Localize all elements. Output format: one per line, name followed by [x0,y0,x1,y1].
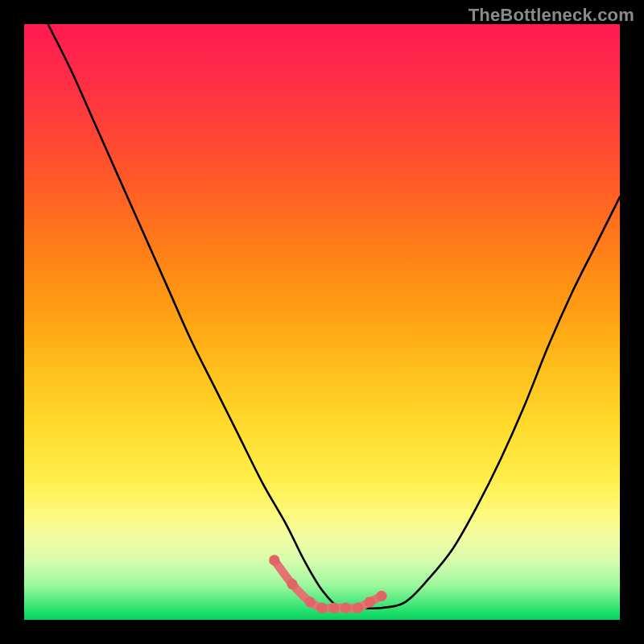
highlight-dot [341,603,351,613]
chart-stage: TheBottleneck.com [0,0,644,644]
highlight-dot [328,603,339,613]
highlight-dot [269,555,279,565]
highlight-dot [287,579,297,589]
highlight-dot [305,597,316,607]
highlight-dot [365,597,375,607]
chart-svg [24,24,620,620]
highlight-dot [353,603,363,613]
highlight-dot [376,591,386,601]
curve-line [48,24,620,609]
highlight-dot [316,603,327,613]
watermark: TheBottleneck.com [469,5,634,26]
